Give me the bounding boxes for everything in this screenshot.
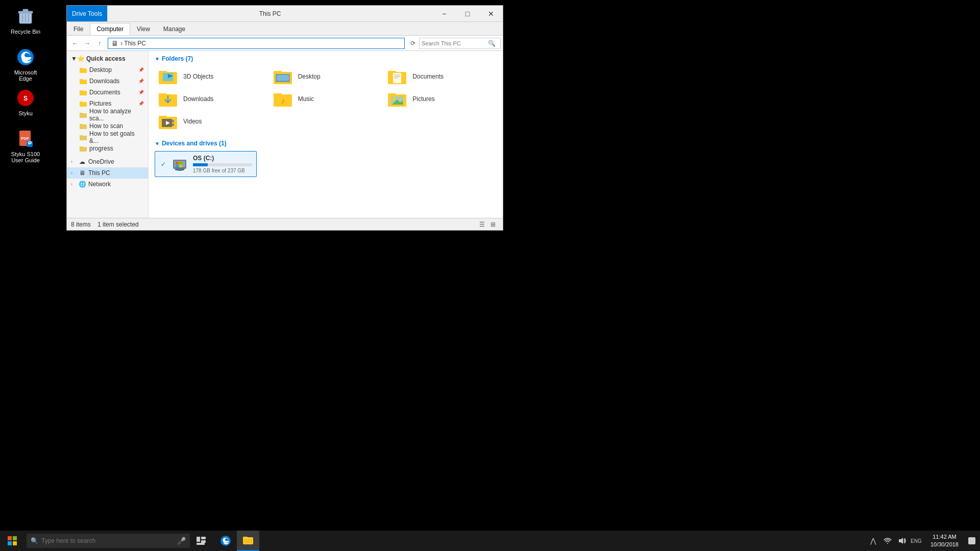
folders-expand-toggle[interactable]: ▼ Folders (7)	[155, 55, 193, 62]
folder-item-downloads[interactable]: Downloads	[155, 89, 267, 109]
taskbar-apps	[214, 531, 259, 551]
svg-text:PDF: PDF	[21, 136, 29, 141]
tray-expand-icon[interactable]: ⋀	[866, 531, 880, 551]
edge-label: Microsoft Edge	[7, 69, 44, 82]
videos-folder-big-icon	[159, 113, 179, 130]
taskbar-app-edge[interactable]	[214, 531, 237, 551]
taskbar: 🔍 🎤	[0, 531, 980, 551]
music-folder-label: Music	[298, 95, 314, 103]
sidebar-quick-access[interactable]: ▼ ⭐ Quick access	[67, 53, 148, 64]
svg-rect-63	[179, 162, 182, 164]
drives-expand-toggle[interactable]: ▼ Devices and drives (1)	[155, 140, 227, 147]
music-folder-big-icon: ♪	[274, 91, 294, 107]
svg-rect-20	[80, 102, 83, 103]
ribbon-tab-computer[interactable]: Computer	[90, 23, 130, 35]
this-pc-icon: 🖥	[78, 169, 86, 177]
drives-expand-icon: ▼	[155, 141, 160, 146]
close-button[interactable]: ✕	[479, 6, 503, 21]
folder-item-documents[interactable]: Documents	[384, 66, 497, 87]
svg-rect-23	[80, 124, 87, 129]
sidebar-item-documents[interactable]: Documents 📌	[75, 87, 148, 98]
svg-rect-71	[197, 543, 205, 545]
ribbon-tabs: File Computer View Manage	[67, 22, 192, 35]
task-view-button[interactable]	[190, 531, 212, 551]
title-bar: Drive Tools This PC − □ ✕	[67, 6, 503, 22]
drive-progress-fill	[193, 163, 208, 166]
taskbar-app-explorer[interactable]	[237, 531, 259, 551]
documents-folder-big-icon	[388, 68, 408, 85]
sidebar-item-how-set-goals[interactable]: How to set goals &...	[75, 132, 148, 143]
details-view-button[interactable]: ☰	[476, 219, 487, 230]
documents-folder-label: Documents	[412, 73, 444, 80]
address-path[interactable]: 🖥 › This PC	[108, 38, 405, 49]
drive-check-icon: ✓	[159, 160, 167, 168]
notification-button[interactable]	[964, 531, 980, 551]
folder-item-music[interactable]: ♪ Music	[270, 89, 382, 109]
quick-access-items: Desktop 📌 Downloads 📌 Do	[67, 64, 148, 154]
content-area: ▼ Folders (7)	[149, 51, 503, 218]
recycle-bin-label: Recycle Bin	[7, 29, 44, 35]
back-button[interactable]: ←	[69, 37, 81, 49]
explorer-main: ▼ ⭐ Quick access Desktop 📌	[67, 51, 503, 218]
styku-label: Styku	[7, 110, 44, 116]
tiles-view-button[interactable]: ⊞	[487, 219, 499, 230]
status-text: 8 items 1 item selected	[71, 221, 476, 228]
sidebar-item-desktop[interactable]: Desktop 📌	[75, 64, 148, 76]
sidebar-item-onedrive[interactable]: › ☁ OneDrive	[67, 156, 148, 167]
desktop-icon-recycle-bin[interactable]: Recycle Bin	[5, 4, 46, 37]
drive-space-label: 178 GB free of 237 GB	[193, 168, 252, 173]
sidebar-how-analyze-label: How to analyze sca...	[89, 108, 144, 122]
sidebar-item-downloads[interactable]: Downloads 📌	[75, 76, 148, 87]
taskbar-search[interactable]: 🔍 🎤	[27, 534, 190, 548]
svg-rect-70	[201, 540, 206, 543]
how-scan-folder-icon	[79, 122, 87, 130]
sidebar-this-pc-label: This PC	[88, 169, 110, 177]
keyboard-tray-icon[interactable]: ENG	[909, 531, 923, 551]
taskbar-tray: ⋀ ENG	[864, 531, 925, 551]
svg-rect-19	[80, 102, 87, 107]
path-label: ›	[120, 40, 124, 47]
taskbar-clock[interactable]: 11:42 AM 10/30/2018	[925, 531, 964, 551]
folder-item-3d-objects[interactable]: 3D Objects	[155, 66, 267, 87]
drive-info: OS (C:) 178 GB free of 237 GB	[193, 155, 252, 173]
folders-section-header: ▼ Folders (7)	[155, 55, 497, 62]
svg-point-51	[393, 97, 396, 101]
desktop-icon-styku-guide[interactable]: PDF Styku S100 User Guide	[5, 127, 46, 165]
maximize-button[interactable]: □	[456, 6, 479, 21]
drive-tools-label: Drive Tools	[72, 10, 102, 17]
search-input[interactable]	[422, 40, 488, 46]
svg-rect-2	[23, 9, 28, 12]
how-goals-folder-icon	[79, 133, 87, 141]
network-tray-icon[interactable]	[880, 531, 895, 551]
drive-item-os-c[interactable]: ✓	[155, 151, 257, 177]
sidebar-item-this-pc[interactable]: › 🖥 This PC	[67, 167, 148, 179]
folder-item-videos[interactable]: Videos	[155, 111, 267, 132]
ribbon-tab-file[interactable]: File	[67, 23, 90, 35]
folder-item-pictures[interactable]: Pictures	[384, 89, 497, 109]
minimize-button[interactable]: −	[432, 6, 456, 21]
forward-button[interactable]: →	[81, 37, 93, 49]
refresh-button[interactable]: ⟳	[407, 37, 419, 49]
sidebar-item-progress[interactable]: progress	[75, 143, 148, 154]
drive-tools-tab[interactable]: Drive Tools	[67, 6, 108, 21]
up-button[interactable]: ↑	[93, 37, 106, 49]
start-button[interactable]	[0, 531, 24, 551]
videos-folder-label: Videos	[183, 118, 202, 125]
folders-section-title: Folders (7)	[162, 55, 193, 62]
volume-tray-icon[interactable]	[895, 531, 909, 551]
search-bar[interactable]: 🔍	[419, 38, 501, 49]
desktop-icon-styku[interactable]: S Styku	[5, 86, 46, 118]
desktop-icon-edge[interactable]: Microsoft Edge	[5, 45, 46, 84]
svg-rect-54	[159, 116, 167, 118]
sidebar-item-network[interactable]: › 🌐 Network	[67, 179, 148, 190]
taskbar-search-input[interactable]	[41, 537, 174, 544]
ribbon-tab-view[interactable]: View	[130, 23, 157, 35]
status-bar: 8 items 1 item selected ☰ ⊞	[67, 218, 503, 230]
sidebar-item-how-analyze[interactable]: How to analyze sca...	[75, 109, 148, 120]
svg-rect-14	[80, 68, 83, 69]
ribbon-tab-manage[interactable]: Manage	[157, 23, 192, 35]
drive-progress-bar	[193, 163, 252, 166]
folder-item-desktop[interactable]: Desktop	[270, 66, 382, 87]
pictures-folder-icon	[79, 99, 87, 108]
taskbar-right: ⋀ ENG 11:42 AM 10/30/2018	[864, 531, 980, 551]
